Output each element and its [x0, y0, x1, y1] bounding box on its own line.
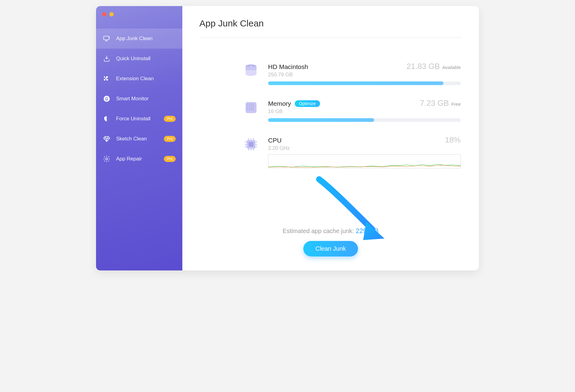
cpu-name: CPU: [268, 137, 281, 144]
svg-point-13: [251, 106, 252, 107]
svg-point-1: [108, 37, 110, 38]
memory-free-value: 7.23 GB: [420, 98, 449, 108]
memory-total: 16 GB: [268, 108, 320, 115]
sidebar-item-extension-clean[interactable]: Extension Clean: [96, 69, 182, 89]
sidebar-item-sketch-clean[interactable]: Sketch Clean Pro: [96, 129, 182, 149]
clean-junk-button[interactable]: Clean Junk: [303, 241, 358, 256]
svg-point-16: [249, 108, 250, 108]
sidebar-item-label: App Junk Clean: [116, 36, 153, 42]
sidebar: App Junk Clean Quick Uninstall Extension…: [96, 6, 182, 270]
disk-row: HD Macintosh 250.79 GB 21.83 GB Availabl…: [242, 62, 461, 85]
svg-point-15: [247, 108, 248, 108]
memory-free-label: Free: [451, 101, 461, 107]
puzzle-icon: [103, 75, 111, 83]
main-content: App Junk Clean HD Macintosh 250.79 GB 21…: [182, 6, 479, 270]
svg-point-22: [253, 109, 254, 110]
svg-point-19: [247, 109, 248, 110]
estimate-prefix: Estimated app cache junk:: [283, 228, 356, 234]
diamond-icon: [103, 135, 111, 143]
svg-point-11: [247, 106, 248, 107]
sidebar-item-app-junk-clean[interactable]: App Junk Clean: [96, 29, 182, 49]
svg-point-2: [104, 96, 110, 102]
gear-icon: [103, 155, 111, 163]
optimize-button[interactable]: Optimize: [295, 100, 320, 107]
footer: Estimated app cache junk: 229 MB Clean J…: [182, 227, 479, 256]
minimize-icon[interactable]: [109, 12, 114, 16]
page-title: App Junk Clean: [199, 18, 462, 37]
sidebar-item-label: Quick Uninstall: [116, 56, 150, 62]
svg-point-14: [253, 106, 254, 107]
sidebar-item-label: Sketch Clean: [116, 136, 147, 142]
sidebar-item-force-uninstall[interactable]: Force Uninstall Pro: [96, 109, 182, 129]
svg-rect-24: [249, 142, 253, 147]
svg-point-20: [249, 109, 250, 110]
sidebar-item-app-repair[interactable]: App Repair Pro: [96, 149, 182, 169]
svg-point-18: [253, 108, 254, 108]
cpu-icon: [242, 135, 260, 153]
sidebar-item-quick-uninstall[interactable]: Quick Uninstall: [96, 49, 182, 69]
cpu-row: CPU 2.20 GHz 18%: [242, 135, 461, 168]
svg-point-9: [251, 104, 252, 105]
memory-icon: [242, 98, 260, 117]
svg-rect-0: [104, 36, 109, 40]
disk-total: 250.79 GB: [268, 72, 308, 78]
svg-point-10: [253, 104, 254, 105]
cpu-graph: [268, 154, 461, 168]
monitor-clean-icon: [103, 35, 111, 43]
svg-point-21: [251, 109, 252, 110]
pro-badge: Pro: [164, 156, 176, 162]
disk-name: HD Macintosh: [268, 63, 308, 70]
sidebar-item-label: App Repair: [116, 156, 142, 162]
close-icon[interactable]: [102, 12, 106, 16]
estimate-value: 229 MB: [356, 227, 379, 235]
svg-point-17: [251, 108, 252, 108]
sidebar-item-label: Force Uninstall: [116, 116, 150, 122]
disk-icon: [242, 62, 260, 80]
window-controls: [96, 11, 182, 29]
pro-badge: Pro: [164, 116, 176, 122]
svg-rect-6: [246, 102, 257, 113]
download-box-icon: [103, 55, 111, 63]
stats-panel: HD Macintosh 250.79 GB 21.83 GB Availabl…: [242, 62, 461, 168]
disk-available-label: Available: [442, 65, 461, 70]
app-window: App Junk Clean Quick Uninstall Extension…: [96, 6, 479, 270]
sidebar-item-smart-monitor[interactable]: Smart Monitor: [96, 89, 182, 109]
disk-usage-fill: [268, 81, 443, 85]
sidebar-item-label: Smart Monitor: [116, 96, 149, 102]
svg-point-12: [249, 106, 250, 107]
memory-usage-bar: [268, 118, 461, 122]
memory-usage-fill: [268, 118, 374, 122]
bell-icon: [103, 95, 111, 103]
svg-point-3: [106, 158, 108, 160]
memory-name: Memory: [268, 100, 291, 107]
memory-row: Memory Optimize 16 GB 7.23 GB Free: [242, 98, 461, 122]
disk-usage-bar: [268, 81, 461, 85]
estimate-text: Estimated app cache junk: 229 MB: [182, 227, 479, 235]
sidebar-nav: App Junk Clean Quick Uninstall Extension…: [96, 29, 182, 169]
shield-icon: [103, 115, 111, 123]
pro-badge: Pro: [164, 136, 176, 142]
disk-available-value: 21.83 GB: [407, 62, 440, 71]
cpu-pct: 18%: [445, 135, 461, 145]
svg-point-7: [247, 104, 248, 105]
sidebar-item-label: Extension Clean: [116, 76, 154, 82]
cpu-freq: 2.20 GHz: [268, 145, 290, 151]
svg-point-8: [249, 104, 250, 105]
